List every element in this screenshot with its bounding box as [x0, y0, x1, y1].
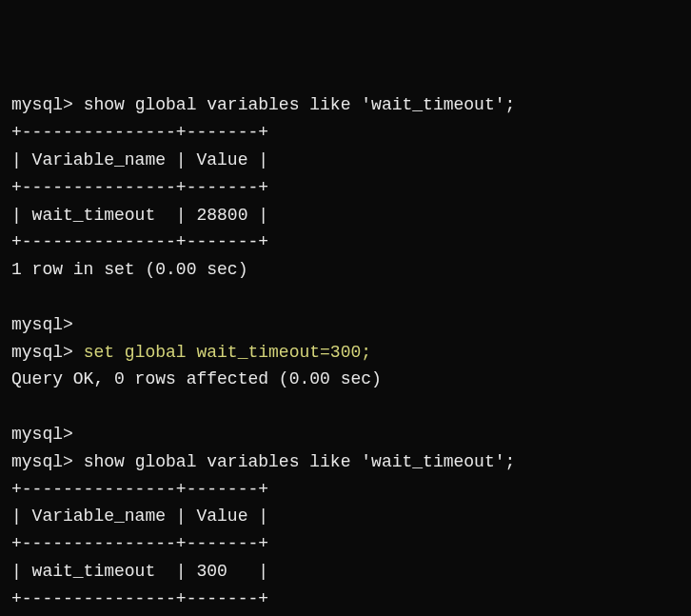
- terminal-line: Query OK, 0 rows affected (0.00 sec): [11, 366, 680, 393]
- sql-command-highlight: set global wait_timeout=300;: [84, 343, 371, 362]
- mysql-prompt: mysql>: [11, 343, 84, 362]
- output-text: Query OK, 0 rows affected (0.00 sec): [11, 369, 382, 388]
- output-text: +---------------+-------+: [11, 534, 268, 553]
- terminal-line: +---------------+-------+: [11, 119, 680, 147]
- output-text: | wait_timeout | 28800 |: [11, 206, 268, 225]
- terminal-line: mysql> show global variables like 'wait_…: [11, 91, 680, 119]
- mysql-prompt: mysql>: [11, 452, 84, 471]
- output-text: | Variable_name | Value |: [11, 507, 268, 526]
- terminal-output: mysql> show global variables like 'wait_…: [11, 91, 680, 616]
- mysql-prompt: mysql>: [11, 315, 73, 334]
- terminal-line: mysql> set global wait_timeout=300;: [11, 339, 680, 367]
- terminal-line: +---------------+-------+: [11, 586, 680, 613]
- terminal-line: +---------------+-------+: [11, 476, 680, 504]
- output-text: | Variable_name | Value |: [11, 150, 268, 169]
- terminal-line: mysql>: [11, 311, 680, 339]
- terminal-line: 1 row in set (0.00 sec): [11, 613, 680, 616]
- terminal-line: [11, 393, 680, 421]
- terminal-line: +---------------+-------+: [11, 229, 680, 256]
- output-text: 1 row in set (0.00 sec): [11, 260, 247, 279]
- terminal-line: | Variable_name | Value |: [11, 147, 680, 174]
- output-text: +---------------+-------+: [11, 480, 268, 499]
- mysql-prompt: mysql>: [11, 95, 84, 114]
- terminal-line: | wait_timeout | 28800 |: [11, 202, 680, 229]
- terminal-line: mysql> show global variables like 'wait_…: [11, 448, 680, 476]
- output-text: +---------------+-------+: [11, 232, 268, 251]
- terminal-line: [11, 284, 680, 311]
- terminal-line: mysql>: [11, 421, 680, 448]
- terminal-line: | wait_timeout | 300 |: [11, 558, 680, 586]
- output-text: +---------------+-------+: [11, 123, 268, 142]
- terminal-line: +---------------+-------+: [11, 174, 680, 202]
- sql-command: show global variables like 'wait_timeout…: [84, 452, 516, 471]
- output-text: | wait_timeout | 300 |: [11, 562, 268, 581]
- output-text: +---------------+-------+: [11, 178, 268, 197]
- terminal-line: +---------------+-------+: [11, 530, 680, 558]
- terminal-line: | Variable_name | Value |: [11, 503, 680, 530]
- output-text: +---------------+-------+: [11, 589, 268, 608]
- sql-command: show global variables like 'wait_timeout…: [84, 95, 516, 114]
- terminal-line: 1 row in set (0.00 sec): [11, 256, 680, 284]
- mysql-prompt: mysql>: [11, 425, 73, 444]
